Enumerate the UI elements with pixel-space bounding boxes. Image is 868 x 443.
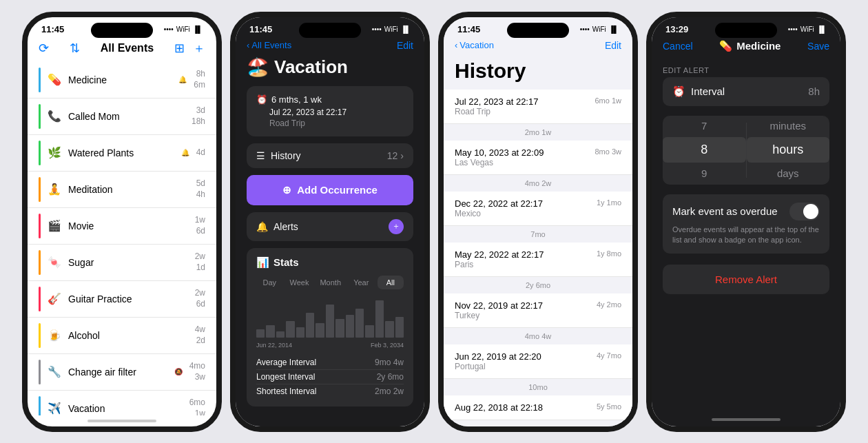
list-item[interactable]: 🍺 Alcohol 4w2d	[28, 318, 216, 354]
history-item-row: Dec 22, 2022 at 22:17 Mexico 1y 1mo	[455, 198, 621, 218]
back-button[interactable]: ‹ All Events	[247, 40, 291, 50]
back-button[interactable]: ‹ Vacation	[455, 40, 494, 50]
duration-value: 6 mths, 1 wk	[271, 94, 404, 105]
tab-all[interactable]: All	[378, 276, 404, 289]
tab-month[interactable]: Month	[316, 276, 345, 289]
add-icon[interactable]: ＋	[193, 40, 205, 56]
bar	[385, 321, 393, 338]
filter-icon[interactable]: ⟳	[39, 41, 49, 56]
overdue-toggle[interactable]	[789, 203, 820, 220]
stat-shortest-label: Shortest Interval	[256, 387, 316, 396]
list-item[interactable]: 🎸 Guitar Practice 2w6d	[28, 281, 216, 318]
screen3-status-icons: •••• WiFi ▐▌	[580, 25, 619, 33]
vacation-title: 🏖️ Vacation	[247, 56, 413, 78]
history-entry[interactable]: May 10, 2023 at 22:09 Las Vegas 8mo 3w	[444, 141, 632, 175]
tab-week[interactable]: Week	[286, 276, 313, 289]
history-label: ☰ History	[256, 150, 301, 161]
event-time: 2w6d	[195, 288, 205, 309]
history-row[interactable]: ☰ History 12 ›	[247, 143, 413, 168]
picker-unit-days[interactable]: days	[747, 163, 830, 185]
history-separator: 2mo 1w	[444, 124, 632, 141]
alerts-add-icon[interactable]: ＋	[389, 219, 404, 234]
add-occurrence-button[interactable]: ⊕ Add Occurrence	[247, 175, 413, 205]
screen3-dynamic-island	[507, 23, 569, 38]
clock-icon: ⏰	[672, 85, 685, 98]
history-entry[interactable]: Dec 22, 2022 at 22:17 Mexico 1y 1mo	[444, 192, 632, 226]
remove-alert-button[interactable]: Remove Alert	[663, 265, 829, 294]
screen1-nav-title: All Events	[101, 42, 154, 54]
picker-unit-hours[interactable]: hours	[747, 137, 830, 163]
bar	[346, 315, 354, 338]
history-date: Jul 22, 2023 at 22:17	[455, 96, 538, 107]
bar	[365, 325, 373, 338]
picker-num-8[interactable]: 8	[663, 137, 746, 163]
picker-unit-minutes[interactable]: minutes	[747, 116, 830, 138]
list-item[interactable]: 🎬 Movie 1w6d	[28, 208, 216, 245]
history-entry[interactable]: Aug 22, 2018 at 22:18 5y 5mo	[444, 395, 632, 420]
home-indicator	[87, 420, 156, 422]
tab-year[interactable]: Year	[348, 276, 375, 289]
history-entry[interactable]: May 22, 2022 at 22:17 Paris 1y 8mo	[444, 243, 632, 277]
battery-icon: ▐▌	[609, 25, 619, 33]
chart-date-end: Feb 3, 2034	[371, 342, 404, 349]
event-emoji: 🧘	[48, 183, 61, 196]
edit-button[interactable]: Edit	[605, 40, 621, 51]
time-picker[interactable]: 6 7 8 9 10 seconds minutes hours days we…	[663, 116, 829, 185]
stats-title: 📊 Stats	[256, 256, 404, 269]
bar	[316, 323, 324, 338]
history-entry[interactable]: Jul 22, 2023 at 22:17 Road Trip 6mo 1w	[444, 90, 632, 124]
event-name: Called Mom	[68, 111, 185, 122]
signal-icon: ••••	[164, 25, 174, 33]
history-location: Mexico	[455, 209, 543, 218]
history-location: Road Trip	[455, 107, 538, 116]
interval-row[interactable]: ⏰ Interval 8h	[663, 77, 829, 106]
list-item[interactable]: 🔧 Change air filter 🔕 4mo3w	[28, 354, 216, 391]
history-card[interactable]: ☰ History 12 ›	[247, 143, 413, 168]
stats-tabs[interactable]: Day Week Month Year All	[256, 276, 404, 289]
list-item[interactable]: 📞 Called Mom 3d18h	[28, 99, 216, 135]
bar	[286, 321, 294, 338]
history-item-row: May 22, 2022 at 22:17 Paris 1y 8mo	[455, 249, 621, 269]
color-bar	[39, 287, 41, 311]
event-name: Watered Plants	[68, 147, 174, 158]
picker-number-column[interactable]: 6 7 8 9 10	[663, 116, 746, 185]
picker-num-9[interactable]: 9	[663, 163, 746, 185]
picker-num-7[interactable]: 7	[663, 116, 746, 138]
screen2-status-icons: •••• WiFi ▐▌	[372, 25, 411, 33]
history-entry[interactable]: Nov 22, 2019 at 22:17 Turkey 4y 2mo	[444, 293, 632, 328]
event-emoji: 🎬	[48, 219, 61, 232]
list-item[interactable]: 💊 Medicine 🔔 8h6m	[28, 62, 216, 99]
list-item[interactable]: 🧘 Meditation 5d4h	[28, 172, 216, 208]
alerts-row: 🔔 Alerts ＋	[247, 212, 413, 241]
tab-day[interactable]: Day	[256, 276, 283, 289]
bar	[296, 327, 304, 338]
list-item[interactable]: 🌿 Watered Plants 🔔 4d	[28, 135, 216, 172]
stat-avg-label: Average Interval	[256, 358, 316, 367]
history-ago: 4y 7mo	[597, 351, 621, 360]
sort-icon[interactable]: ⇅	[70, 41, 80, 56]
screen3-navbar: ‹ Vacation Edit	[444, 37, 632, 56]
history-entry[interactable]: Jun 22, 2019 at 22:20 Portugal 4y 7mo	[444, 344, 632, 379]
wifi-icon: WiFi	[592, 25, 606, 33]
screen3-phone: 11:45 •••• WiFi ▐▌ ‹ Vacation Edit Histo…	[438, 12, 638, 432]
bell-icon: 🔔	[256, 221, 268, 232]
list-item[interactable]: 🍬 Sugar 2w1d	[28, 245, 216, 281]
event-time: 1w6d	[195, 215, 205, 236]
stat-longest-val: 2y 6mo	[377, 372, 404, 382]
color-bar	[39, 141, 41, 165]
history-entry-left: Jun 22, 2019 at 22:20 Portugal	[455, 351, 541, 371]
edit-button[interactable]: Edit	[397, 40, 413, 51]
alerts-card[interactable]: 🔔 Alerts ＋	[247, 212, 413, 241]
grid-icon[interactable]: ⊞	[174, 41, 185, 56]
color-bar	[39, 250, 41, 275]
picker-unit-column[interactable]: seconds minutes hours days weeks	[747, 116, 830, 185]
history-separator: 10mo	[444, 379, 632, 395]
history-location: Turkey	[455, 311, 543, 320]
save-button[interactable]: Save	[807, 41, 829, 52]
list-item[interactable]: ✈️ Vacation 6mo1w	[28, 391, 216, 415]
chart-date-start: Jun 22, 2014	[256, 342, 292, 349]
bar	[375, 300, 384, 338]
cancel-button[interactable]: Cancel	[663, 41, 693, 52]
screen2-dynamic-island	[299, 23, 361, 38]
interval-label: ⏰ Interval	[672, 85, 725, 98]
